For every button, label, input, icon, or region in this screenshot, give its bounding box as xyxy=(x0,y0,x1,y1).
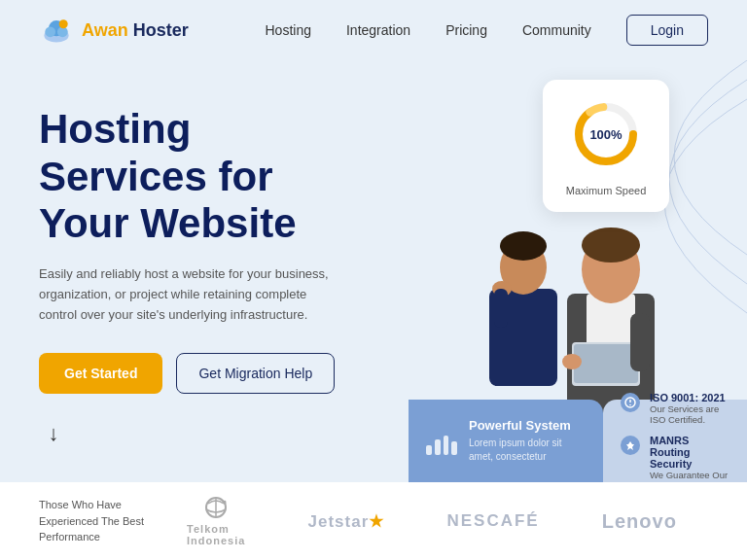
iso-icon xyxy=(621,393,640,412)
hero-right: 100% Maximum Speed xyxy=(409,60,747,482)
lenovo-logo: Lenovo xyxy=(602,510,677,533)
brands-label: Those Who Have Experienced The Best Perf… xyxy=(39,497,156,545)
routing-title: MANRS Routing Security xyxy=(650,435,729,470)
info-cards: Powerful System Lorem ipsum dolor sit am… xyxy=(409,400,747,482)
routing-text: We Guarantee Our Routing is Safe xyxy=(650,470,729,483)
nav-integration[interactable]: Integration xyxy=(346,22,410,38)
hero-buttons: Get Started Get Migration Help xyxy=(39,353,370,394)
speed-card: 100% Maximum Speed xyxy=(543,80,669,212)
bar-chart-icon xyxy=(426,428,457,455)
speed-label: Maximum Speed xyxy=(562,185,650,196)
info-card-text: Lorem ipsum dolor sit amet, consectetur xyxy=(469,437,586,464)
svg-point-24 xyxy=(629,403,631,405)
login-button[interactable]: Login xyxy=(626,15,708,46)
info-card-title: Powerful System xyxy=(469,418,586,433)
svg-point-12 xyxy=(582,228,640,262)
logo-icon xyxy=(39,13,74,48)
iso-text: Our Services are ISO Certified. xyxy=(650,403,729,425)
svg-point-4 xyxy=(59,19,68,28)
nav-hosting[interactable]: Hosting xyxy=(266,22,311,38)
nav-links: Hosting Integration Pricing Community Lo… xyxy=(266,15,709,46)
hero-section: Hosting Services for Your Website Easily… xyxy=(0,60,747,482)
routing-security-item: MANRS Routing Security We Guarantee Our … xyxy=(621,435,729,483)
hero-subtitle: Easily and reliably host a website for y… xyxy=(39,264,331,325)
brands-section: Those Who Have Experienced The Best Perf… xyxy=(0,482,747,560)
nav-pricing[interactable]: Pricing xyxy=(445,22,487,38)
svg-rect-15 xyxy=(630,313,650,371)
hero-title: Hosting Services for Your Website xyxy=(39,106,370,247)
nav-community[interactable]: Community xyxy=(522,22,591,38)
speed-donut-chart: 100% xyxy=(567,95,645,173)
brand-logos: TelkomIndonesia Jetstar★ NESCAFÉ Lenovo xyxy=(156,496,708,546)
svg-point-16 xyxy=(562,354,582,369)
iso-certification-item: ISO 9001: 2021 Our Services are ISO Cert… xyxy=(621,392,729,425)
certifications-card: ISO 9001: 2021 Our Services are ISO Cert… xyxy=(603,400,747,482)
svg-rect-14 xyxy=(574,344,638,383)
iso-title: ISO 9001: 2021 xyxy=(650,392,729,403)
nescafe-logo: NESCAFÉ xyxy=(446,511,539,531)
telkom-icon xyxy=(198,496,233,523)
get-started-button[interactable]: Get Started xyxy=(39,353,162,394)
brand-name: Awan Hoster xyxy=(82,20,189,41)
telkom-logo: TelkomIndonesia xyxy=(187,496,245,546)
logo[interactable]: Awan Hoster xyxy=(39,13,189,48)
powerful-system-card: Powerful System Lorem ipsum dolor sit am… xyxy=(409,400,603,482)
routing-icon xyxy=(621,436,640,455)
navbar: Awan Hoster Hosting Integration Pricing … xyxy=(0,0,747,60)
scroll-down-arrow[interactable]: ↓ xyxy=(39,421,68,446)
svg-rect-21 xyxy=(494,289,508,328)
hero-left: Hosting Services for Your Website Easily… xyxy=(0,60,409,482)
migration-button[interactable]: Get Migration Help xyxy=(176,353,335,394)
jetstar-logo: Jetstar★ xyxy=(308,511,385,532)
svg-point-2 xyxy=(45,26,55,37)
svg-text:100%: 100% xyxy=(589,127,622,142)
